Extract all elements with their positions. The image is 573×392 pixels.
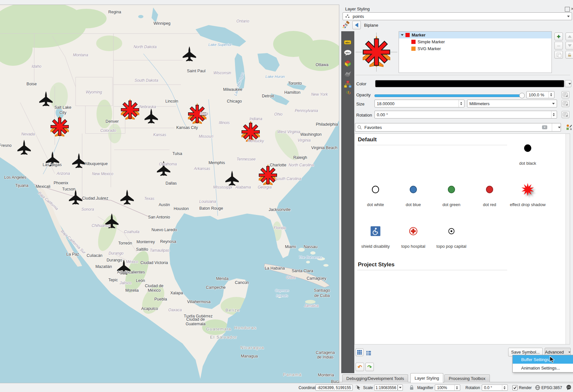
opacity-value: 100.0 % [529,92,544,97]
map-label: Mazatlán [96,264,112,269]
color-swatch-button[interactable] [375,80,564,87]
map-tips-icon[interactable] [344,70,352,77]
map-label: Jamaica [304,303,319,308]
redo-button[interactable]: ↷ [365,363,374,371]
marker-swatch [405,33,410,37]
tree-row-label: Marker [412,33,426,37]
spin-arrows[interactable] [549,91,552,98]
expander-icon[interactable] [401,34,404,36]
style-manager-button[interactable]: a [566,124,573,131]
messages-icon[interactable] [566,385,572,390]
map-label: Lake Superior [208,43,232,47]
style-item-dot-red[interactable]: dot red [472,177,507,207]
float-panel-icon[interactable] [565,7,570,12]
lock-scale-icon[interactable] [409,385,414,390]
tree-row-simple-marker[interactable]: Simple Marker [399,38,551,45]
style-item-topo-hospital[interactable]: topo hospital [395,218,431,249]
style-manager-icon: a [566,124,573,131]
map-canvas[interactable]: ReginaWinnipegOntarioLake SuperiorNorth … [0,5,339,383]
style-item-dot-green[interactable]: dot green [433,177,469,207]
menu-item-buffer-settings[interactable]: Buffer Settings... [513,355,573,364]
tab-layer-styling[interactable]: Layer Styling [410,373,443,383]
magnifier-label: Magnifier [417,385,433,390]
mouse-extent-icon[interactable] [355,385,361,391]
style-item-shield-disability[interactable]: shield disability [358,218,393,249]
map-label: Salt Lake [54,105,71,110]
style-search-box[interactable]: Favorites ✕ [355,123,561,132]
map-label: Regina [108,10,121,14]
size-unit-combo[interactable]: Millimeters [467,100,557,107]
crs-value[interactable]: EPSG:3857 [541,385,562,390]
list-view-button[interactable] [365,349,373,357]
icon-view-button[interactable] [356,348,363,356]
scale-combo-arrow[interactable] [398,385,403,391]
color-dropdown-button[interactable] [565,80,571,87]
tree-row-marker[interactable]: Marker [399,32,551,38]
style-item-dot-blue[interactable]: dot blue [395,177,431,207]
rotation-data-defined-button[interactable] [562,111,569,118]
tab-processing-toolbox[interactable]: Processing Toolbox [444,374,490,382]
map-label: Charlotte [270,163,286,167]
style-item-topo-pop-capital[interactable]: topo pop capital [433,218,469,249]
style-item-label: dot black [510,161,546,166]
tree-row-svg-marker[interactable]: SVG Marker [399,45,551,52]
spin-arrows[interactable] [454,385,458,390]
size-value: 18.00000 [377,101,394,106]
scale-combo[interactable]: 1:19083556 [374,385,398,391]
tab-debugging-development-tools[interactable]: Debugging/Development Tools [342,374,408,382]
menu-item-animation-settings[interactable]: Animation Settings... [513,364,573,372]
map-label: Memphis [209,161,225,165]
move-down-button[interactable] [566,42,573,49]
map-label: Montana [73,53,88,57]
size-data-defined-button[interactable] [562,100,569,107]
coordinate-field[interactable]: -8206399, 5199155 [316,385,353,391]
rotation-spinbox[interactable]: 0.00 ° [375,111,557,119]
magnifier-spinbox[interactable]: 100% [435,385,460,391]
map-label: New York [311,92,328,97]
map-label: The Bahamas [299,255,322,259]
add-symbol-layer-button[interactable]: ✚ [554,33,563,40]
callouts-icon[interactable]: abc [344,49,352,57]
3d-view-icon[interactable] [344,59,352,67]
map-label: South Carolina [275,176,301,181]
opacity-slider-handle[interactable] [519,93,525,98]
color-label: Color [356,81,366,86]
layer-selector-combo[interactable]: points [343,12,572,20]
remove-symbol-layer-button[interactable]: ─ [554,42,563,49]
opacity-slider[interactable] [375,94,522,97]
size-spinbox[interactable]: 18.00000 [375,100,464,107]
spin-arrows[interactable] [502,385,506,390]
style-item-dot-white[interactable]: dot white [358,177,393,207]
search-dropdown-button[interactable] [552,123,561,131]
diagrams-icon[interactable] [344,80,352,88]
rotation-value: 0.00 ° [377,112,388,117]
rotation-value: 0.0 ° [484,385,492,390]
clear-search-icon[interactable]: ✕ [542,125,547,129]
move-up-button[interactable] [566,33,573,40]
map-label: Wyoming [86,90,102,94]
duplicate-layer-button[interactable] [554,51,563,59]
rotation-spinbox[interactable]: 0.0 ° [482,385,508,391]
back-button[interactable] [352,21,361,29]
style-item-effect-drop-shadow[interactable]: effect drop shadow [510,177,546,207]
history-icon[interactable]: ↺↻ [344,91,352,98]
opacity-data-defined-button[interactable] [562,91,569,98]
spin-arrows[interactable] [551,111,555,118]
undo-button[interactable]: ↶ [356,363,364,371]
style-item-dot-black[interactable]: dot black [510,135,546,166]
browser-scrollbar[interactable] [566,134,570,344]
lock-colors-button[interactable] [566,51,573,59]
style-item-label: topo hospital [395,244,431,249]
close-panel-icon[interactable]: ✕ [570,7,573,11]
map-label: Kansas [153,133,166,137]
render-checkbox[interactable] [512,385,518,390]
down-arrow-icon [568,44,572,47]
svg-text:a: a [570,127,572,131]
labels-icon[interactable]: abc [344,38,352,46]
map-label: Managua [241,354,258,358]
map-label: West Virginia [277,130,300,134]
spin-arrows[interactable] [459,100,462,107]
map-label: Nevada [21,132,35,136]
opacity-spinbox[interactable]: 100.0 % [526,91,554,98]
crs-globe-icon[interactable] [535,385,540,390]
